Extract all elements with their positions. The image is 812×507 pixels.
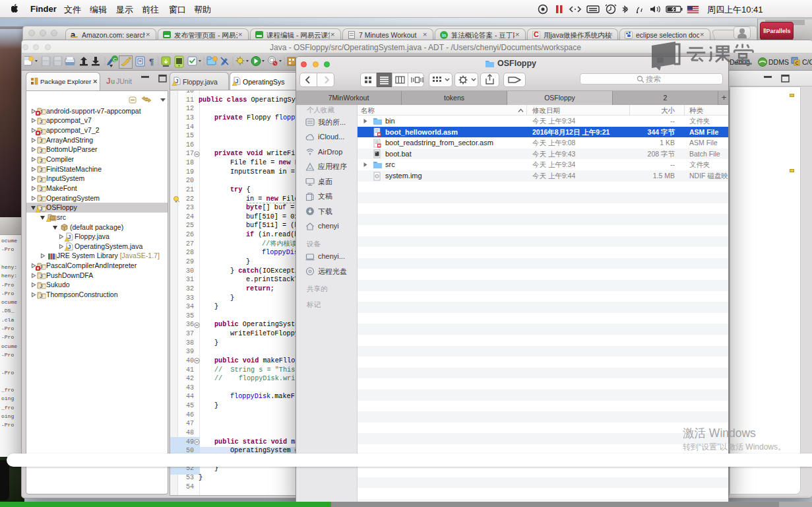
svg-text:DDMS: DDMS: [768, 58, 789, 66]
svg-text:J: J: [40, 177, 42, 183]
svg-text:J: J: [40, 138, 42, 144]
svg-text:J: J: [40, 167, 42, 173]
svg-text:J: J: [40, 119, 42, 125]
svg-text:J: J: [40, 273, 42, 279]
svg-text:J: J: [40, 293, 42, 299]
svg-text:J: J: [40, 283, 42, 289]
svg-text:¶: ¶: [149, 57, 154, 67]
svg-text:J: J: [40, 196, 42, 202]
svg-text:C/C: C/C: [802, 58, 812, 66]
svg-text:C: C: [796, 61, 799, 65]
svg-text:C: C: [113, 57, 117, 63]
svg-text:J: J: [40, 158, 42, 164]
svg-text:J: J: [40, 148, 42, 154]
svg-text:J: J: [40, 186, 42, 192]
